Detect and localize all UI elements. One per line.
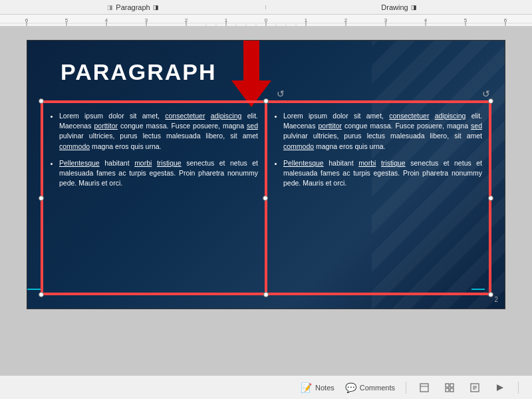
view-grid-icon (445, 383, 454, 392)
toolbar-drawing-collapse[interactable]: ◨ (411, 4, 417, 11)
cyan-line-right (471, 289, 485, 290)
handle-br[interactable] (488, 292, 493, 297)
handle-mr[interactable] (488, 196, 493, 201)
arrow-shaft (243, 41, 259, 80)
handle-tr[interactable] (488, 98, 493, 104)
ruler-svg: 0 1 2 3 4 5 6 1 2 3 4 5 6 (0, 15, 532, 26)
svg-marker-45 (497, 384, 503, 391)
red-arrow (231, 41, 271, 107)
toolbar-drawing-section: Drawing ◨ (266, 3, 532, 11)
handle-divider-bottom[interactable] (263, 292, 269, 297)
svg-rect-38 (450, 384, 454, 387)
handle-ml[interactable] (39, 196, 44, 201)
view-reading-button[interactable] (467, 380, 482, 395)
status-divider-2 (518, 382, 519, 394)
slide-title: PARAGRAPH (61, 59, 217, 85)
view-normal-button[interactable] (417, 380, 432, 395)
comments-label: Comments (360, 384, 395, 392)
notes-icon: 📝 (301, 382, 312, 393)
main-area: PARAGRAPH ↺ ↺ (0, 27, 532, 375)
rotate-handle-right[interactable]: ↺ (482, 88, 490, 99)
toolbar-paragraph-label: Paragraph (116, 3, 150, 11)
handle-bl[interactable] (39, 292, 44, 297)
text-box-left[interactable]: Lorem ipsum dolor sit amet, consectetuer… (42, 102, 266, 294)
slide-number: 2 (494, 296, 498, 303)
handle-box-left-mr[interactable] (263, 196, 268, 201)
notes-label: Notes (315, 384, 334, 392)
cyan-line-left (27, 289, 41, 290)
status-bar: 📝 Notes 💬 Comments (0, 375, 532, 399)
svg-rect-35 (420, 384, 428, 392)
ruler: 0 1 2 3 4 5 6 1 2 3 4 5 6 (0, 15, 532, 27)
paragraph-icon: ◨ (107, 4, 113, 11)
text-box-right[interactable]: Lorem ipsum dolor sit amet, consectetuer… (266, 102, 490, 294)
status-divider-1 (406, 382, 406, 394)
view-reading-icon (470, 383, 479, 392)
view-grid-button[interactable] (442, 380, 457, 395)
svg-rect-37 (446, 384, 449, 387)
view-normal-icon (420, 383, 429, 392)
rotate-handle-left[interactable]: ↺ (277, 88, 285, 99)
view-presentation-icon (495, 383, 505, 392)
svg-rect-40 (450, 388, 454, 392)
comments-button[interactable]: 💬 Comments (345, 382, 395, 393)
notes-button[interactable]: 📝 Notes (301, 382, 334, 393)
svg-rect-39 (446, 388, 449, 392)
text-box-left-item1: Lorem ipsum dolor sit amet, consectetuer… (59, 111, 258, 152)
text-box-right-item2: Pellentesque habitant morbi tristique se… (283, 158, 482, 189)
text-boxes-container: Lorem ipsum dolor sit amet, consectetuer… (41, 100, 491, 295)
handle-tl[interactable] (39, 98, 44, 104)
text-box-left-item2: Pellentesque habitant morbi tristique se… (59, 158, 258, 189)
drawing-label: Drawing (381, 3, 408, 11)
view-presentation-button[interactable] (493, 380, 507, 395)
text-box-right-item1: Lorem ipsum dolor sit amet, consectetuer… (283, 111, 482, 152)
toolbar-paragraph-collapse[interactable]: ◨ (153, 4, 159, 11)
comments-icon: 💬 (345, 382, 356, 393)
slide: PARAGRAPH ↺ ↺ (27, 40, 505, 309)
handle-divider-top[interactable] (263, 98, 269, 104)
toolbar-paragraph-section: ◨ Paragraph ◨ (0, 3, 266, 11)
toolbar: ◨ Paragraph ◨ Drawing ◨ (0, 0, 532, 15)
